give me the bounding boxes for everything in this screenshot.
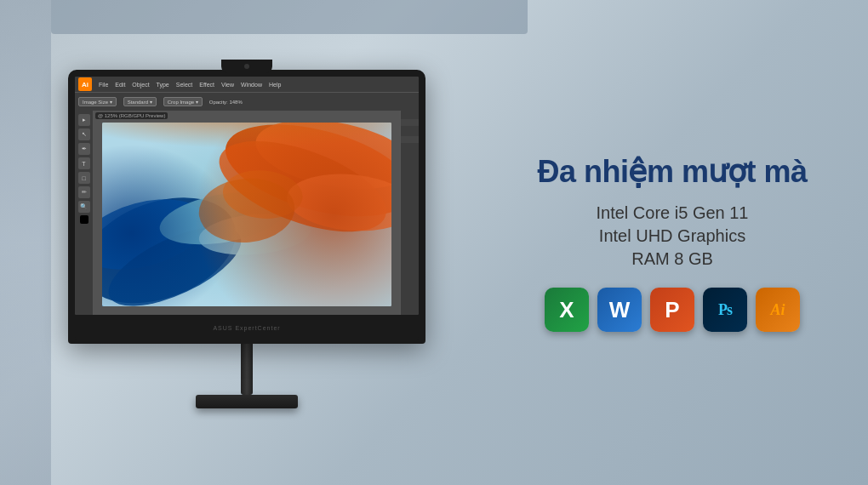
svg-point-3 <box>102 211 252 306</box>
ai-menu-select[interactable]: Select <box>174 82 194 88</box>
ai-menu-items: File Edit Object Type Select Effect View… <box>97 82 283 88</box>
ai-menu-object[interactable]: Object <box>130 82 151 88</box>
svg-point-6 <box>216 123 391 234</box>
illustrator-letter: Ai <box>770 301 785 319</box>
ai-workspace: ▸ ↖ ✒ T □ ✏ 🔍 @ 125% (RGB/GPU Preview) <box>75 111 419 315</box>
monitor-brand-label: ASUS ExpertCenter <box>213 325 280 331</box>
ai-options-bar: Image Size ▾ Standard ▾ Crop Image ▾ Opa… <box>75 92 419 111</box>
pen-tool[interactable]: ✒ <box>78 143 90 155</box>
excel-letter: X <box>559 297 574 323</box>
monitor-section: Ai File Edit Object Type Select Effect V… <box>68 60 425 408</box>
svg-point-9 <box>284 169 391 237</box>
svg-point-11 <box>221 167 305 221</box>
ai-menu-file[interactable]: File <box>97 82 110 88</box>
opacity-control: Opacity: 148% <box>209 100 243 105</box>
ai-menu-help[interactable]: Help <box>267 82 283 88</box>
fill-color[interactable] <box>80 215 89 224</box>
artwork-content <box>102 123 391 306</box>
photoshop-icon: Ps <box>703 288 747 332</box>
monitor-outer: Ai File Edit Object Type Select Effect V… <box>68 70 425 344</box>
monitor-bezel-bottom: ASUS ExpertCenter <box>75 315 419 340</box>
spec-cpu: Intel Core i5 Gen 11 <box>597 203 749 223</box>
main-container: Ai File Edit Object Type Select Effect V… <box>0 0 868 485</box>
select-tool[interactable]: ▸ <box>78 114 90 126</box>
ai-menu-view[interactable]: View <box>220 82 236 88</box>
specs-list: Intel Core i5 Gen 11 Intel UHD Graphics … <box>597 203 749 269</box>
canvas-label: @ 125% (RGB/GPU Preview) <box>95 112 168 119</box>
spec-ram: RAM 8 GB <box>631 249 713 269</box>
svg-point-7 <box>250 123 391 200</box>
bg-decoration-top <box>51 0 528 34</box>
excel-icon: X <box>545 288 589 332</box>
powerpoint-letter: P <box>665 297 679 323</box>
type-tool[interactable]: T <box>78 157 90 169</box>
headline-text: Đa nhiệm mượt mà <box>537 153 807 190</box>
ai-menu-type[interactable]: Type <box>155 82 171 88</box>
svg-point-4 <box>156 184 290 254</box>
ai-properties-panel <box>400 111 419 315</box>
camera-dot <box>244 64 249 69</box>
crop-image-dropdown[interactable]: Crop Image ▾ <box>163 97 203 106</box>
ai-menu-edit[interactable]: Edit <box>113 82 127 88</box>
shape-tool[interactable]: □ <box>78 172 90 184</box>
svg-point-1 <box>102 178 250 306</box>
svg-point-5 <box>197 209 312 259</box>
app-icons-row: X W P Ps Ai <box>545 288 800 332</box>
svg-point-8 <box>208 123 391 250</box>
powerpoint-icon: P <box>650 288 694 332</box>
spec-gpu: Intel UHD Graphics <box>599 226 745 246</box>
stand-base <box>196 395 298 408</box>
monitor-stand <box>196 344 298 408</box>
illustrator-ui: Ai File Edit Object Type Select Effect V… <box>75 77 419 315</box>
direct-select-tool[interactable]: ↖ <box>78 128 90 140</box>
svg-rect-0 <box>102 123 391 306</box>
ai-menu-window[interactable]: Window <box>239 82 264 88</box>
photoshop-letter: Ps <box>718 301 732 319</box>
stand-neck <box>241 344 253 395</box>
ai-tools-panel: ▸ ↖ ✒ T □ ✏ 🔍 <box>75 111 94 315</box>
ai-artwork-display <box>102 123 391 306</box>
info-section: Đa nhiệm mượt mà Intel Core i5 Gen 11 In… <box>511 153 817 332</box>
camera-bump <box>221 60 272 73</box>
svg-point-2 <box>102 187 213 282</box>
word-icon: W <box>597 288 642 332</box>
ai-menu-effect[interactable]: Effect <box>197 82 216 88</box>
artwork-svg <box>102 123 391 306</box>
mode-dropdown[interactable]: Standard ▾ <box>123 97 157 106</box>
ai-logo-icon: Ai <box>78 77 92 91</box>
illustrator-icon: Ai <box>756 288 800 332</box>
zoom-tool[interactable]: 🔍 <box>78 201 90 213</box>
svg-point-10 <box>197 174 298 247</box>
ai-canvas: @ 125% (RGB/GPU Preview) <box>94 111 400 315</box>
monitor-screen: Ai File Edit Object Type Select Effect V… <box>75 77 419 315</box>
bg-decoration-left <box>0 0 51 485</box>
brush-tool[interactable]: ✏ <box>78 186 90 198</box>
word-letter: W <box>609 297 631 323</box>
ai-menubar: Ai File Edit Object Type Select Effect V… <box>75 77 419 92</box>
image-size-dropdown[interactable]: Image Size ▾ <box>78 97 117 106</box>
